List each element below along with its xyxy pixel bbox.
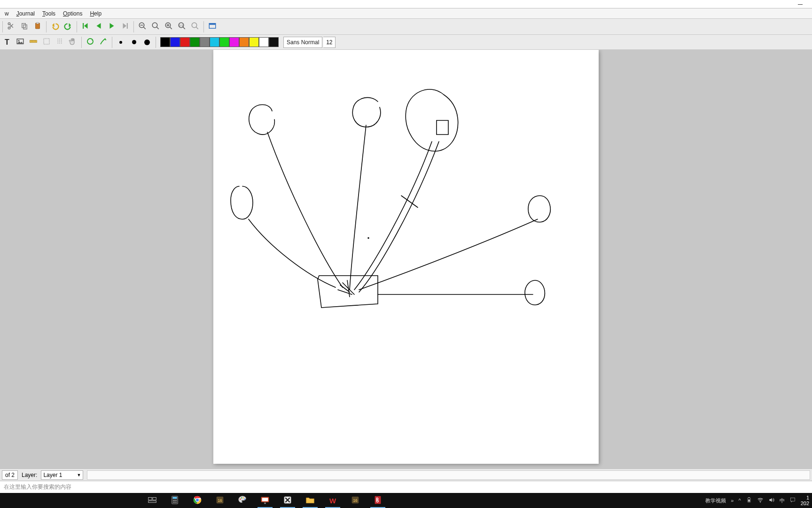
menu-journal-label: ournal xyxy=(19,10,35,17)
tray-up-icon[interactable]: ^ xyxy=(738,498,741,503)
zoom-in-button[interactable] xyxy=(163,21,175,33)
zoom-reset-button[interactable] xyxy=(149,21,162,33)
menu-options[interactable]: Options xyxy=(59,9,86,18)
wps-icon: W xyxy=(329,497,336,505)
svg-rect-41 xyxy=(172,497,177,499)
scissors-icon xyxy=(7,22,16,32)
stroke-thin[interactable] xyxy=(115,36,127,48)
stroke-medium[interactable] xyxy=(128,36,140,48)
color-orange[interactable] xyxy=(239,37,249,47)
menu-help[interactable]: Help xyxy=(86,9,105,18)
next-page-button[interactable] xyxy=(106,21,118,33)
tray-chevrons-icon[interactable]: » xyxy=(731,498,734,503)
folder-icon xyxy=(305,495,315,507)
stroke-thick[interactable] xyxy=(141,36,153,48)
svg-point-54 xyxy=(241,497,242,498)
svg-point-45 xyxy=(173,501,174,502)
zoom-fit-button[interactable]: 1:1 xyxy=(176,21,188,33)
prev-page-button[interactable] xyxy=(93,21,105,33)
ruler-tool[interactable] xyxy=(27,36,39,48)
app-2[interactable]: 16 xyxy=(344,493,367,508)
svg-point-0 xyxy=(8,27,10,29)
task-view-button[interactable] xyxy=(141,493,164,508)
redo-button[interactable] xyxy=(62,21,74,33)
svg-point-53 xyxy=(240,498,241,499)
battery-icon[interactable] xyxy=(746,497,752,504)
color-darkgreen[interactable] xyxy=(190,37,200,47)
font-size-selector[interactable]: 12 xyxy=(323,37,336,48)
canvas-area[interactable] xyxy=(0,50,812,468)
svg-text:16: 16 xyxy=(353,498,358,502)
pen-tool[interactable] xyxy=(97,36,109,48)
cut-button[interactable] xyxy=(5,21,17,33)
undo-button[interactable] xyxy=(49,21,61,33)
menu-view[interactable]: w xyxy=(1,9,13,18)
clock[interactable]: 1 202 xyxy=(801,495,809,506)
pdf-icon xyxy=(373,495,383,507)
titlebar: ─ xyxy=(0,0,812,8)
volume-icon[interactable] xyxy=(768,497,775,504)
first-page-button[interactable] xyxy=(79,21,92,33)
paste-button[interactable] xyxy=(31,21,44,33)
taskbar: 16 W 16 xyxy=(0,493,812,508)
svg-rect-5 xyxy=(37,23,39,24)
svg-rect-37 xyxy=(148,497,152,500)
action-center-icon[interactable] xyxy=(789,497,796,504)
svg-point-47 xyxy=(176,501,177,502)
color-magenta[interactable] xyxy=(229,37,239,47)
font-selector[interactable]: Sans Normal xyxy=(283,37,322,48)
xournal-icon xyxy=(282,495,293,507)
layer-value: Layer 1 xyxy=(43,472,62,478)
menu-tools[interactable]: Tools xyxy=(39,9,59,18)
svg-point-1 xyxy=(8,23,10,25)
select-rect-tool[interactable] xyxy=(40,36,53,48)
color-green[interactable] xyxy=(219,37,229,47)
color-cyan[interactable] xyxy=(210,37,219,47)
zoom-out-button[interactable] xyxy=(136,21,148,33)
layer-selector[interactable]: Layer 1 ▼ xyxy=(41,470,83,480)
minimize-button[interactable]: ─ xyxy=(793,0,807,8)
text-tool[interactable]: T xyxy=(1,36,13,48)
search-input[interactable]: 在这里输入你要搜索的内容 xyxy=(3,483,71,491)
fullscreen-button[interactable] xyxy=(206,21,219,33)
chrome-app[interactable] xyxy=(186,493,209,508)
paint-app[interactable] xyxy=(231,493,254,508)
zoom-width-button[interactable] xyxy=(189,21,201,33)
pdf-app[interactable] xyxy=(367,493,389,508)
last-page-button[interactable] xyxy=(119,21,131,33)
powerpoint-app[interactable] xyxy=(254,493,276,508)
color-yellow[interactable] xyxy=(249,37,259,47)
color-blue[interactable] xyxy=(170,37,180,47)
tray-label[interactable]: 教学视频 xyxy=(705,497,726,504)
statusbar: of 2 Layer: Layer 1 ▼ xyxy=(0,468,812,481)
ime-indicator[interactable]: 中 xyxy=(780,497,785,504)
font-size-label: 12 xyxy=(326,39,332,46)
copy-button[interactable] xyxy=(18,21,31,33)
svg-rect-58 xyxy=(262,498,268,501)
svg-point-46 xyxy=(174,501,175,502)
color-black2[interactable] xyxy=(269,37,279,47)
calculator-app[interactable] xyxy=(164,493,186,508)
hand-tool[interactable] xyxy=(67,36,79,48)
shape-recognizer-tool[interactable] xyxy=(84,36,96,48)
palette-icon xyxy=(237,495,248,507)
color-gray[interactable] xyxy=(200,37,210,47)
wifi-icon[interactable] xyxy=(757,497,764,504)
wps-app[interactable]: W xyxy=(321,493,344,508)
svg-point-35 xyxy=(87,39,93,44)
svg-point-56 xyxy=(244,498,245,499)
clipboard-icon xyxy=(33,22,42,32)
app-1[interactable]: 16 xyxy=(209,493,231,508)
xournal-app[interactable] xyxy=(276,493,299,508)
select-vert-tool[interactable] xyxy=(54,36,66,48)
status-spacer xyxy=(87,470,810,480)
color-red[interactable] xyxy=(180,37,190,47)
color-black[interactable] xyxy=(160,37,170,47)
page[interactable] xyxy=(213,50,599,464)
file-explorer-app[interactable] xyxy=(299,493,321,508)
page-indicator[interactable]: of 2 xyxy=(2,470,18,480)
image-tool[interactable] xyxy=(14,36,26,48)
color-white[interactable] xyxy=(259,37,269,47)
svg-point-25 xyxy=(18,40,20,41)
menu-journal[interactable]: Journal xyxy=(13,9,39,18)
